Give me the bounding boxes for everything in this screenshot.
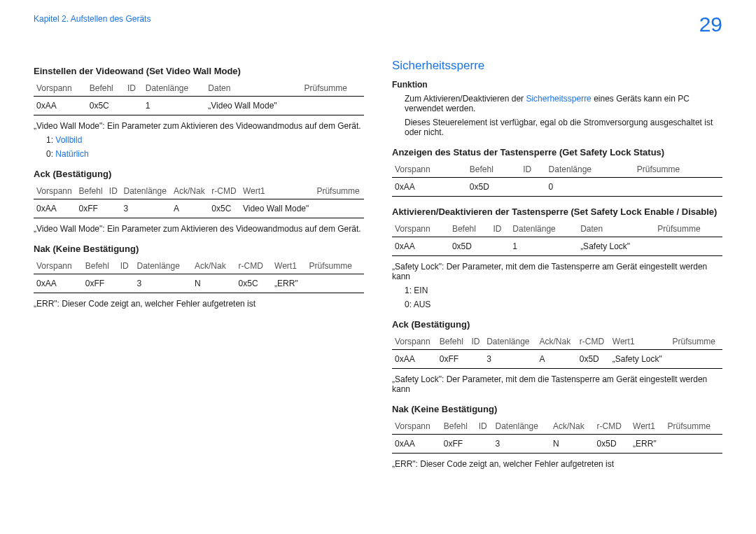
td [118,274,134,293]
th: Datenlänge [546,162,634,178]
page-number: 29 [699,14,722,35]
td: N [550,435,594,454]
th: Wert1 [610,334,670,350]
td: 0x5D [577,350,610,369]
th: Prüfsumme [670,334,722,350]
chapter-label: Kapitel 2. Aufstellen des Geräts [34,14,150,24]
inline-link-text: Sicherheitssperre [526,94,591,104]
table-set-safety-lock: Vorspann Befehl ID Datenlänge Daten Prüf… [392,221,722,256]
note-text: „Video Wall Mode": Ein Parameter zum Akt… [34,224,364,234]
td: 3 [134,274,192,293]
section-heading: Einstellen der Videowand (Set Video Wall… [34,66,364,76]
td: N [192,274,236,293]
option-value: Vollbild [55,135,82,145]
td [490,237,510,256]
td [314,199,364,218]
option-line: 0: Natürlich [46,149,364,159]
td: A [537,350,577,369]
td [634,178,722,197]
td: 0xFF [83,274,118,293]
td: 0xAA [392,178,467,197]
note-text: „Video Wall Mode": Ein Parameter zum Akt… [34,121,364,131]
td [106,199,121,218]
td: 0x5D [467,178,520,197]
th: Prüfsumme [307,258,365,274]
td: „ERR" [272,274,306,293]
th: Datenlänge [143,80,206,97]
th: ID [106,183,121,199]
td: 0x5D [449,237,491,256]
td: „Safety Lock" [610,350,670,369]
option-key: 0: [46,149,55,159]
function-text: Dieses Steuerelement ist verfügbar, egal… [405,118,722,137]
td: 0xAA [34,97,87,115]
td: 0 [546,178,634,197]
th: ID [468,334,484,350]
td [654,237,722,256]
td: 1 [143,97,206,115]
section-title: Sicherheitssperre [392,59,722,73]
th: r-CMD [209,183,240,199]
td: 0xAA [392,350,437,369]
th: Befehl [83,258,118,274]
subheading: Funktion [392,80,722,90]
td: 0xFF [441,435,476,454]
td: 0x5D [594,435,630,454]
th: ID [490,221,510,237]
td [670,350,722,369]
th: ID [118,258,134,274]
th: Prüfsumme [665,419,723,435]
th: Wert1 [272,258,306,274]
option-value: Natürlich [55,149,88,159]
th: Befehl [467,162,520,178]
td: 0x5C [87,97,125,115]
th: Vorspann [392,221,449,237]
td: 3 [484,350,536,369]
th: Prüfsumme [314,183,364,199]
th: ID [520,162,545,178]
td: A [171,199,209,218]
td [125,97,143,115]
th: Vorspann [392,419,441,435]
th: Prüfsumme [634,162,722,178]
td: 0xFF [437,350,469,369]
th: Wert1 [240,183,314,199]
td: „Video Wall Mode" [205,97,301,115]
table-nak: Vorspann Befehl ID Datenlänge Ack/Nak r-… [34,258,364,293]
th: Wert1 [630,419,664,435]
page: Kapitel 2. Aufstellen des Geräts 29 Eins… [0,0,756,501]
option-key: 1: [46,135,55,145]
section-heading: Ack (Bestätigung) [392,319,722,330]
th: Prüfsumme [654,221,722,237]
option-line: 1: EIN [405,286,722,295]
th: r-CMD [594,419,630,435]
function-text: Zum Aktivieren/Deaktivieren der Sicherhe… [405,94,722,113]
section-heading: Ack (Bestätigung) [34,169,364,179]
th: ID [476,419,493,435]
th: Vorspann [34,183,76,199]
table-ack: Vorspann Befehl ID Datenlänge Ack/Nak r-… [392,334,722,369]
table-get-status: Vorspann Befehl ID Datenlänge Prüfsumme … [392,162,722,197]
th: Ack/Nak [550,419,594,435]
text: Zum Aktivieren/Deaktivieren der [405,94,524,104]
th: Datenlänge [120,183,171,199]
td: 0xAA [34,199,76,218]
td: „ERR" [630,435,664,454]
note-text: „ERR": Dieser Code zeigt an, welcher Feh… [392,459,722,469]
note-text: „Safety Lock": Der Parameter, mit dem di… [392,374,722,394]
th: Befehl [87,80,125,97]
td [307,274,365,293]
td [476,435,493,454]
td [468,350,484,369]
td: 0x5C [236,274,272,293]
left-column: Einstellen der Videowand (Set Video Wall… [34,56,364,473]
th: Daten [205,80,301,97]
th: Vorspann [34,80,87,97]
th: Datenlänge [493,419,550,435]
td: 0x5C [209,199,240,218]
option-line: 1: Vollbild [46,135,364,145]
th: Vorspann [392,162,467,178]
th: Befehl [441,419,476,435]
td: 0xAA [392,435,441,454]
th: Prüfsumme [301,80,364,97]
